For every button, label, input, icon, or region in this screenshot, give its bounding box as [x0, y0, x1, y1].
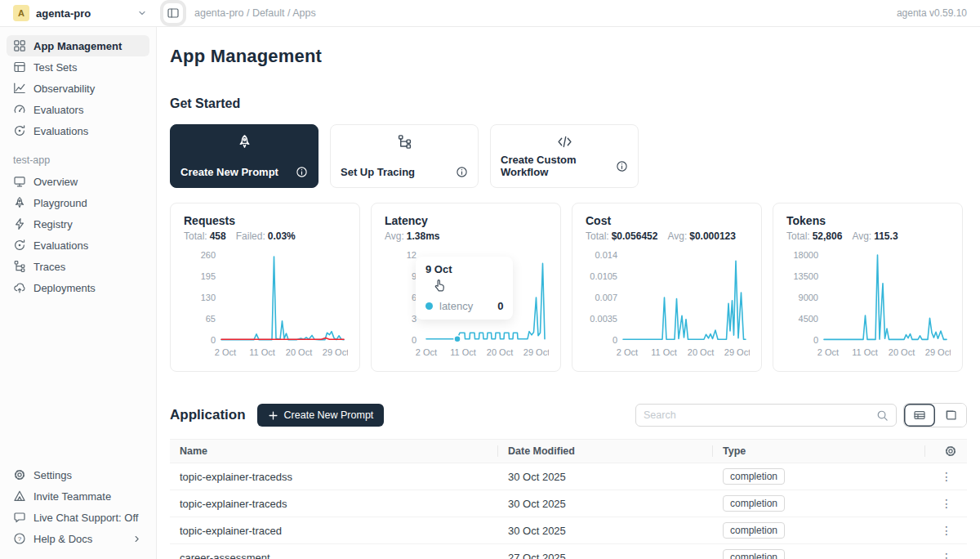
sidebar-footer-menu: Settings Invite Teammate Live Chat Suppo…	[7, 464, 149, 549]
sidebar-item-label: Observability	[33, 83, 95, 95]
svg-text:2 Oct: 2 Oct	[617, 347, 638, 357]
cost-chart[interactable]: 0.0140.01050.0070.003502 Oct11 Oct20 Oct…	[586, 248, 748, 366]
sidebar-item-label: Registry	[33, 218, 73, 230]
sidebar-item-label: Evaluations	[33, 125, 88, 137]
table-row[interactable]: career-assessment 27 Oct 2025 completion…	[170, 544, 967, 559]
kebab-menu-icon[interactable]: ⋮	[936, 551, 957, 559]
svg-text:29 Oct: 29 Oct	[323, 347, 348, 357]
sidebar-item[interactable]: Invite Teammate	[7, 485, 149, 507]
column-header-type[interactable]: Type	[713, 440, 925, 463]
stat-value: Failed:0.03%	[236, 230, 296, 242]
cloud-icon	[13, 281, 26, 294]
search-input[interactable]	[644, 409, 876, 421]
card-label: Create Custom Workflow	[501, 154, 616, 178]
tokens-chart[interactable]: 18000135009000450002 Oct11 Oct20 Oct29 O…	[786, 248, 949, 366]
breadcrumb[interactable]: agenta-pro / Default / Apps	[194, 7, 316, 19]
sidebar-item-label: Deployments	[33, 282, 96, 294]
sidebar-item[interactable]: Traces	[7, 256, 149, 277]
kebab-menu-icon[interactable]: ⋮	[936, 470, 957, 483]
sidebar-item[interactable]: Deployments	[7, 277, 149, 298]
gear-icon[interactable]	[944, 445, 957, 458]
get-started-card[interactable]: Set Up Tracing	[330, 124, 479, 188]
requests-card: Requests Total:458Failed:0.03% 260195130…	[170, 203, 360, 372]
stat-title: Cost	[586, 214, 748, 227]
card-label: Set Up Tracing	[341, 166, 415, 178]
stat-value: Total:458	[184, 230, 226, 242]
sidebar-item[interactable]: Evaluations	[7, 235, 149, 256]
sidebar-item[interactable]: Test Sets	[7, 56, 149, 78]
sidebar-item[interactable]: App Management	[7, 35, 149, 56]
type-badge: completion	[723, 549, 785, 559]
help-icon: ?	[13, 532, 26, 545]
svg-text:20 Oct: 20 Oct	[889, 347, 915, 357]
requests-chart[interactable]: 2601951306502 Oct11 Oct20 Oct29 Oct	[184, 248, 346, 366]
chart-tooltip: 9 Oct latency 0	[416, 257, 513, 320]
sidebar-item[interactable]: Registry	[7, 213, 149, 235]
create-new-prompt-button[interactable]: Create New Prompt	[257, 404, 385, 427]
type-badge: completion	[723, 495, 785, 512]
stat-title: Latency	[385, 214, 547, 227]
svg-text:11 Oct: 11 Oct	[450, 347, 476, 357]
svg-text:9000: 9000	[799, 293, 818, 302]
stat-title: Tokens	[786, 214, 949, 227]
workspace-name: agenta-pro	[36, 7, 131, 20]
info-icon[interactable]	[616, 160, 628, 172]
info-icon[interactable]	[456, 166, 468, 178]
column-header-date-modified[interactable]: Date Modified	[498, 440, 713, 463]
stats-row: Requests Total:458Failed:0.03% 260195130…	[170, 203, 967, 372]
table-view-icon	[913, 409, 926, 422]
search-icon[interactable]	[876, 409, 889, 422]
sidebar-item[interactable]: Settings	[7, 464, 149, 485]
cell-date-modified: 30 Oct 2025	[498, 517, 713, 543]
sidebar-item[interactable]: ? Help & Docs	[7, 528, 149, 549]
table-body: topic-explainer-tracedss 30 Oct 2025 com…	[170, 463, 967, 559]
stat-value: Total:52,806	[786, 230, 842, 242]
chevron-right-icon	[130, 534, 143, 543]
info-icon[interactable]	[296, 166, 308, 178]
tooltip-series-label: latency	[439, 300, 473, 312]
kebab-menu-icon[interactable]: ⋮	[936, 524, 957, 537]
workspace-switcher[interactable]: A agenta-pro	[0, 5, 157, 21]
svg-text:2 Oct: 2 Oct	[416, 347, 437, 357]
triangle-icon	[13, 490, 26, 503]
table-view-button[interactable]	[904, 404, 935, 427]
cell-date-modified: 30 Oct 2025	[498, 463, 713, 490]
svg-text:29 Oct: 29 Oct	[724, 347, 750, 357]
stat-value: Avg:$0.000123	[667, 230, 736, 242]
card-view-button[interactable]	[935, 404, 966, 427]
code-icon	[501, 134, 628, 150]
svg-text:13500: 13500	[793, 271, 818, 281]
sidebar-main-menu: App Management Test Sets Observability E…	[7, 35, 149, 141]
svg-text:2 Oct: 2 Oct	[215, 347, 236, 357]
sidebar-item[interactable]: Overview	[7, 171, 149, 192]
table-icon	[13, 60, 26, 74]
sidebar-toggle-button[interactable]	[163, 3, 183, 23]
sidebar-item-label: Overview	[33, 176, 78, 188]
kebab-menu-icon[interactable]: ⋮	[936, 497, 957, 510]
cell-date-modified: 30 Oct 2025	[498, 490, 713, 517]
table-row[interactable]: topic-explainer-traceds 30 Oct 2025 comp…	[170, 490, 967, 517]
cell-name: topic-explainer-traced	[170, 517, 498, 543]
loop-icon	[13, 124, 26, 137]
sidebar-item-label: Test Sets	[33, 61, 77, 74]
table-row[interactable]: topic-explainer-traced 30 Oct 2025 compl…	[170, 517, 967, 544]
page-title: App Management	[170, 46, 967, 67]
get-started-card[interactable]: Create New Prompt	[170, 124, 318, 188]
sidebar-item[interactable]: Playground	[7, 192, 149, 213]
sidebar-item[interactable]: Evaluations	[7, 120, 149, 141]
stat-title: Requests	[184, 214, 346, 227]
table-row[interactable]: topic-explainer-tracedss 30 Oct 2025 com…	[170, 463, 967, 490]
column-header-name[interactable]: Name	[170, 440, 498, 463]
latency-chart[interactable]: 9 Oct latency 0 1296302 Oct11 Oct20 Oct2…	[385, 248, 547, 366]
search-box[interactable]	[635, 404, 897, 427]
svg-text:20 Oct: 20 Oct	[286, 347, 312, 357]
sidebar-item-label: Evaluations	[33, 239, 88, 252]
top-bar: A agenta-pro agenta-pro / Default / Apps…	[0, 0, 980, 27]
svg-text:18000: 18000	[793, 250, 818, 260]
sidebar-item[interactable]: Observability	[7, 78, 149, 99]
get-started-card[interactable]: Create Custom Workflow	[490, 124, 639, 188]
loop-icon	[13, 239, 26, 252]
cell-name: topic-explainer-tracedss	[170, 463, 498, 490]
sidebar-item[interactable]: Evaluators	[7, 99, 149, 120]
sidebar-item[interactable]: Live Chat Support: Off	[7, 507, 149, 528]
